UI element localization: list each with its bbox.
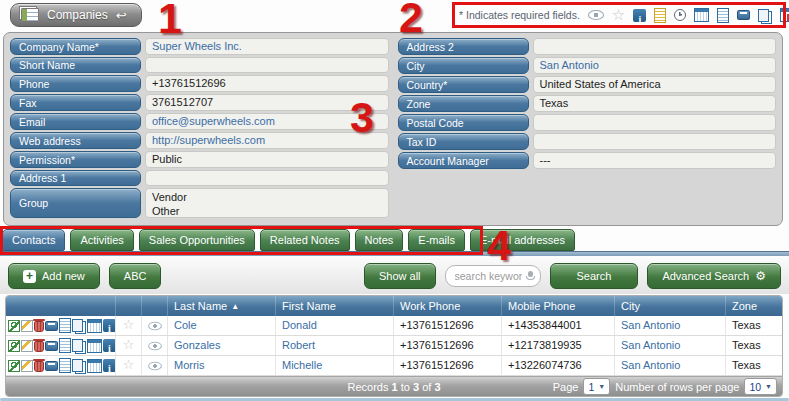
cell-last-name[interactable]: Cole	[168, 316, 276, 335]
calendar-icon[interactable]	[694, 8, 709, 22]
field-value-account-manager[interactable]: ---	[533, 152, 777, 169]
favorite-star-icon[interactable]	[116, 316, 142, 335]
phone-icon[interactable]	[737, 10, 750, 20]
tab-email-addresses[interactable]: E-mail addresses	[470, 229, 575, 251]
copy-icon[interactable]	[72, 339, 83, 352]
header-last-name[interactable]: Last Name▲	[168, 296, 276, 316]
tab-activities[interactable]: Activities	[70, 229, 133, 251]
edit-icon[interactable]	[21, 340, 33, 352]
advanced-search-button[interactable]: Advanced Search ⚙	[647, 263, 781, 289]
contacts-toolbar: Add new ABC Show all Search Advanced Sea…	[0, 258, 789, 294]
field-value-group[interactable]: VendorOther	[145, 188, 389, 218]
tab-sales-opportunities[interactable]: Sales Opportunities	[139, 229, 255, 251]
cell-last-name[interactable]: Morris	[168, 356, 276, 375]
gear-icon: ⚙	[755, 270, 766, 282]
watch-eye-icon[interactable]	[142, 336, 168, 355]
copy-icon[interactable]	[72, 319, 83, 332]
clock-icon[interactable]	[674, 9, 686, 21]
cell-last-name[interactable]: Gonzales	[168, 336, 276, 355]
abc-filter-button[interactable]: ABC	[109, 263, 162, 289]
field-value-phone[interactable]: +13761512696	[145, 75, 389, 92]
cell-city[interactable]: San Antonio	[615, 316, 726, 335]
field-value-fax[interactable]: 3761512707	[145, 94, 389, 111]
field-value-postal-code[interactable]	[533, 114, 777, 131]
field-value-web-address[interactable]: http://superwheels.com	[145, 132, 389, 149]
header-city[interactable]: City	[615, 296, 726, 316]
star-icon[interactable]	[612, 6, 625, 24]
cell-city[interactable]: San Antonio	[615, 336, 726, 355]
search-button[interactable]: Search	[550, 263, 639, 289]
pagination-controls: Page 1 ▼ Number of rows per page 10 ▼	[553, 378, 782, 395]
tab-emails[interactable]: E-mails	[408, 229, 465, 251]
calendar-icon[interactable]	[87, 339, 102, 353]
field-value-zone[interactable]: Texas	[533, 95, 777, 112]
field-value-company-name[interactable]: Super Wheels Inc.	[145, 38, 389, 55]
edit-icon[interactable]	[21, 360, 33, 372]
field-value-address2[interactable]	[533, 38, 777, 55]
field-value-country[interactable]: United States of America	[533, 76, 777, 93]
field-value-tax-id[interactable]	[533, 133, 777, 150]
header-first-name[interactable]: First Name	[276, 296, 394, 316]
report-icon[interactable]	[717, 8, 729, 23]
info-icon[interactable]	[633, 9, 646, 22]
cell-city[interactable]: San Antonio	[615, 356, 726, 375]
rows-per-page-select[interactable]: 10 ▼	[744, 378, 777, 395]
info-icon[interactable]	[103, 339, 116, 352]
header-mobile-phone[interactable]: Mobile Phone	[502, 296, 615, 316]
info-icon[interactable]	[103, 319, 116, 332]
calendar-icon[interactable]	[87, 359, 102, 373]
field-label-email: Email	[10, 113, 141, 130]
field-label-web-address: Web address	[10, 132, 141, 149]
phone-icon[interactable]	[45, 341, 58, 351]
page-select[interactable]: 1 ▼	[583, 378, 610, 395]
preview-icon[interactable]	[8, 320, 20, 332]
phone-icon[interactable]	[45, 361, 58, 371]
delete-icon[interactable]	[34, 361, 44, 372]
field-label-address2: Address 2	[398, 38, 529, 55]
note-icon[interactable]	[59, 338, 71, 353]
calendar-icon[interactable]	[87, 319, 102, 333]
mic-icon[interactable]	[528, 271, 533, 277]
header-eye	[142, 296, 168, 316]
header-zone[interactable]: Zone	[726, 296, 782, 316]
field-value-permission[interactable]: Public	[145, 151, 389, 168]
note-icon[interactable]	[59, 318, 71, 333]
chart-icon[interactable]	[780, 8, 789, 22]
preview-icon[interactable]	[8, 360, 20, 372]
copy-icon[interactable]	[72, 359, 83, 372]
favorite-star-icon[interactable]	[116, 356, 142, 375]
field-label-short-name: Short Name	[10, 57, 141, 73]
plus-icon	[23, 270, 36, 283]
note-icon[interactable]	[59, 358, 71, 373]
delete-icon[interactable]	[34, 321, 44, 332]
tab-contacts[interactable]: Contacts	[2, 229, 65, 251]
add-new-button[interactable]: Add new	[8, 263, 100, 289]
favorite-star-icon[interactable]	[116, 336, 142, 355]
cell-first-name[interactable]: Robert	[276, 336, 394, 355]
header-star	[116, 296, 142, 316]
edit-icon[interactable]	[21, 320, 33, 332]
tab-notes[interactable]: Notes	[355, 229, 404, 251]
watch-eye-icon[interactable]	[142, 356, 168, 375]
cell-first-name[interactable]: Donald	[276, 316, 394, 335]
rows-per-page-label: Number of rows per page	[615, 381, 739, 393]
field-value-city[interactable]: San Antonio	[533, 57, 777, 74]
field-label-address1: Address 1	[10, 170, 141, 186]
field-value-short-name[interactable]	[145, 57, 389, 73]
tab-related-notes[interactable]: Related Notes	[260, 229, 350, 251]
eye-icon[interactable]	[588, 10, 604, 20]
phone-icon[interactable]	[45, 321, 58, 331]
header-work-phone[interactable]: Work Phone	[394, 296, 502, 316]
info-icon[interactable]	[103, 359, 116, 372]
cell-first-name[interactable]: Michelle	[276, 356, 394, 375]
table-row: Cole Donald +13761512696 +14353844001 Sa…	[6, 316, 782, 336]
copy-icon[interactable]	[758, 9, 769, 22]
watch-eye-icon[interactable]	[142, 316, 168, 335]
notes-icon[interactable]	[654, 8, 666, 23]
companies-module-button[interactable]: Companies ↩	[10, 3, 142, 27]
field-value-email[interactable]: office@superwheels.com	[145, 113, 389, 130]
show-all-button[interactable]: Show all	[364, 263, 436, 289]
preview-icon[interactable]	[8, 340, 20, 352]
delete-icon[interactable]	[34, 341, 44, 352]
field-value-address1[interactable]	[145, 170, 389, 186]
